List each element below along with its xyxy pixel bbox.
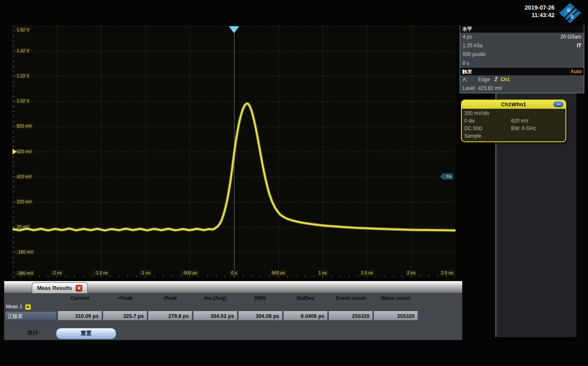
trigger-level-value: 423.82 mV <box>478 85 502 92</box>
svg-text:R: R <box>567 8 570 13</box>
meas-row-label[interactable]: 正脉宽 <box>5 311 57 320</box>
channel-offset-marker[interactable] <box>13 149 17 155</box>
col-header-mu-avg: mu (Avg) <box>193 292 237 302</box>
meas-value-wave-count: 255320 <box>374 311 418 320</box>
meas-value-current: 310.09 ps <box>58 311 102 320</box>
channel-dialog: Ch1Wfm1 – 200 mV/div 0 div 620 mV DC 50Ω… <box>461 100 566 142</box>
channel-dialog-body[interactable]: 200 mV/div 0 div 620 mV DC 50Ω BW: 6 GHz… <box>462 109 565 141</box>
rising-edge-icon <box>494 76 499 82</box>
reset-button[interactable]: 重置 <box>56 328 116 339</box>
datetime-display: 2019-07-26 11:43:42 <box>524 4 555 19</box>
trigger-mode-badge: Auto <box>570 69 582 74</box>
horizontal-sample-rate: 20 GSa/s <box>560 33 581 41</box>
meas-value-rms: 304.08 ps <box>238 311 283 320</box>
trigger-slot-label: A: <box>463 76 467 83</box>
settings-panels: 水平 4 ps 20 GSa/s 1.25 kSa IT 500 ps/div … <box>460 25 584 93</box>
horizontal-scale: 500 ps/div <box>463 51 486 58</box>
channel-dialog-header[interactable]: Ch1Wfm1 – <box>462 100 565 109</box>
horizontal-resolution: 4 ps <box>463 33 472 41</box>
col-header-stddev: StdDev <box>283 292 328 302</box>
col-header-rms: RMS <box>238 292 283 302</box>
channel-scale: 200 mV/div <box>464 110 511 117</box>
close-icon[interactable]: ✕ <box>76 285 82 292</box>
col-header-neg-peak: -Peak <box>148 292 192 302</box>
meas-value-pos-peak: 325.7 ps <box>103 311 147 320</box>
meas-source-badge-icon <box>25 304 31 310</box>
meas-value-row: 正脉宽 310.09 ps 325.7 ps 279.8 ps 304.02 p… <box>4 311 462 320</box>
channel-decimation: Sample <box>464 132 481 140</box>
meas-group-label: Meas 1 <box>6 302 22 311</box>
col-header-wave-count: Wave count <box>374 292 418 302</box>
channel-dialog-title: Ch1Wfm1 <box>501 101 526 107</box>
col-header-current: Current <box>58 292 102 302</box>
horizontal-panel-body[interactable]: 4 ps 20 GSa/s 1.25 kSa IT 500 ps/div 0 s <box>460 33 584 68</box>
horizontal-panel-header[interactable]: 水平 <box>460 25 584 33</box>
oscilloscope-screen: 2019-07-26 11:43:42 R S 1.62 V1.42 V1.22… <box>0 0 588 366</box>
col-header-pos-peak: +Peak <box>103 292 147 302</box>
horizontal-record-length: 1.25 kSa <box>463 42 482 49</box>
col-header-event-count: Event count <box>328 292 373 302</box>
waveform-display: 1.62 V1.42 V1.22 V1.02 V820 mV620 mV420 … <box>13 26 456 277</box>
meas-results-panel: Meas Results ✕ Current +Peak -Peak mu (A… <box>4 281 462 340</box>
trigger-level-label: Level: <box>463 85 476 92</box>
channel-bandwidth: BW: 6 GHz <box>511 125 536 132</box>
meas-value-stddev: 6.0406 ps <box>283 311 328 320</box>
marker-layer <box>13 26 456 277</box>
meas-tab-label: Meas Results <box>37 285 72 291</box>
meas-value-neg-peak: 279.8 ps <box>148 311 192 320</box>
meas-stats-row: 统计: 重置 <box>4 327 462 339</box>
time-text: 11:43:42 <box>524 11 555 19</box>
svg-text:S: S <box>570 14 573 19</box>
meas-value-mu-avg: 304.02 ps <box>193 311 237 320</box>
trigger-type: Edge <box>478 76 490 83</box>
horizontal-panel-title: 水平 <box>462 26 472 33</box>
trigger-panel-body[interactable]: A: Edge Ch1 Level: 423.82 mV <box>460 75 584 93</box>
meas-group-row: Meas 1 <box>4 302 462 311</box>
channel-offset-div: 0 div <box>464 117 511 125</box>
channel-offset: 620 mV <box>511 117 528 125</box>
channel-coupling: DC 50Ω <box>464 125 511 132</box>
horizontal-position: 0 s <box>463 60 469 67</box>
trigger-position-marker[interactable] <box>229 26 239 33</box>
meas-value-event-count: 255320 <box>328 311 373 320</box>
minimize-button[interactable]: – <box>553 102 563 107</box>
stats-label: 统计: <box>28 329 40 337</box>
rohde-schwarz-logo-icon: R S <box>559 3 581 23</box>
meas-table: Current +Peak -Peak mu (Avg) RMS StdDev … <box>4 292 462 340</box>
meas-header-row: Current +Peak -Peak mu (Avg) RMS StdDev … <box>4 292 462 302</box>
trigger-panel-title: 触发 <box>462 68 472 75</box>
horizontal-mode: IT <box>577 42 581 49</box>
date-text: 2019-07-26 <box>524 4 555 11</box>
meas-tab-bar: Meas Results ✕ <box>4 281 462 293</box>
trigger-source: Ch1 <box>500 76 510 83</box>
trigger-panel-header[interactable]: 触发 Auto <box>460 68 584 75</box>
tab-meas-results[interactable]: Meas Results ✕ <box>32 282 88 293</box>
